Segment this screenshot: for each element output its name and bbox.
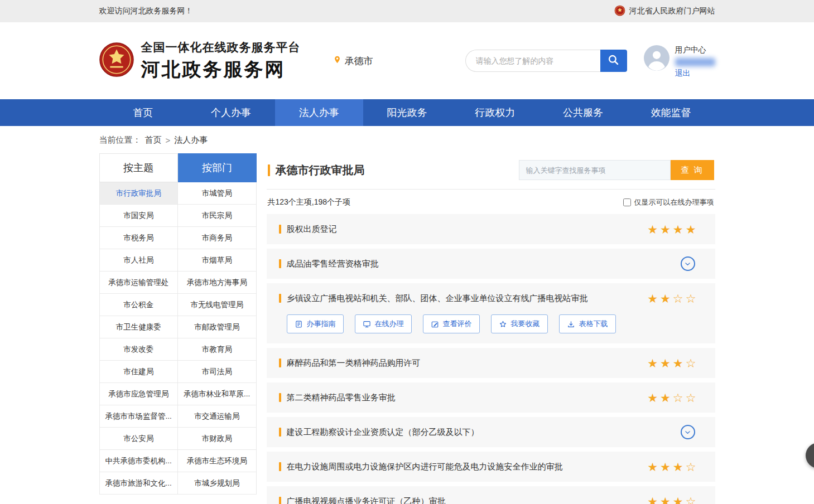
service-action-button[interactable]: 我要收藏 — [491, 314, 548, 333]
portal-link[interactable]: 河北省人民政府门户网站 — [614, 5, 715, 18]
sidebar-department-item[interactable]: 承德市运输管理处 — [100, 272, 179, 294]
service-title[interactable]: 麻醉药品和第一类精神药品购用许可 — [279, 358, 421, 369]
sidebar-department-item[interactable]: 承德市林业和草原... — [178, 383, 257, 405]
sidebar-department-item[interactable]: 承德市市场监督管... — [100, 405, 179, 428]
user-avatar-icon[interactable] — [644, 45, 669, 73]
platform-name: 全国一体化在线政务服务平台 — [141, 40, 301, 55]
sidebar-department-item[interactable]: 承德市应急管理局 — [100, 383, 179, 405]
sidebar-department-item[interactable]: 市财政局 — [178, 428, 257, 450]
service-action-label: 表格下载 — [579, 319, 608, 329]
service-action-button[interactable]: 办事指南 — [287, 314, 344, 333]
service-title[interactable]: 广播电视视频点播业务许可证（乙种）审批 — [279, 496, 446, 504]
sidebar-department-item[interactable]: 市商务局 — [178, 227, 257, 249]
sidebar-department-item[interactable]: 市公安局 — [100, 428, 179, 450]
service-title[interactable]: 在电力设施周围或电力设施保护区内进行可能危及电力设施安全作业的审批 — [279, 462, 563, 472]
site-search — [465, 50, 627, 72]
service-title[interactable]: 股权出质登记 — [279, 224, 337, 235]
breadcrumb-current: 法人办事 — [174, 135, 208, 146]
sidebar-department-item[interactable]: 市公积金 — [100, 294, 179, 316]
sidebar-department-item[interactable]: 市人社局 — [100, 249, 179, 272]
city-selector[interactable]: 承德市 — [333, 55, 373, 67]
site-search-input[interactable] — [465, 50, 600, 72]
sidebar-department-item[interactable]: 市司法局 — [178, 361, 257, 383]
sidebar-department-item[interactable]: 承德市地方海事局 — [178, 272, 257, 294]
online-only-checkbox[interactable] — [623, 198, 631, 206]
service-search-input[interactable] — [519, 160, 671, 180]
service-action-label: 我要收藏 — [511, 319, 540, 329]
title-accent-bar — [279, 428, 281, 437]
sidebar-department-item[interactable]: 承德市生态环境局 — [178, 450, 257, 472]
service-row: 成品油零售经营资格审批 — [267, 249, 715, 279]
sidebar-tab[interactable]: 按部门 — [178, 153, 257, 182]
title-accent-bar — [279, 259, 281, 268]
service-actions: 办事指南在线办理查看评价我要收藏表格下载 — [279, 313, 703, 343]
sidebar-department-item[interactable]: 市行政审批局 — [100, 182, 179, 205]
sidebar-department-item[interactable]: 市民宗局 — [178, 205, 257, 227]
service-action-button[interactable]: 在线办理 — [355, 314, 412, 333]
sidebar-department-item[interactable]: 市发改委 — [100, 338, 179, 361]
sidebar-department-item[interactable]: 市卫生健康委 — [100, 316, 179, 338]
nav-item[interactable]: 行政权力 — [451, 99, 539, 126]
floating-widget-button[interactable] — [806, 443, 814, 468]
service-title[interactable]: 第二类精神药品零售业务审批 — [279, 392, 396, 403]
service-query-button[interactable]: 查 询 — [671, 160, 714, 180]
welcome-text: 欢迎访问河北政务服务网！ — [99, 6, 193, 16]
expand-chevron-icon[interactable] — [681, 256, 695, 271]
service-title[interactable]: 乡镇设立广播电视站和机关、部队、团体、企业事业单位设立有线广播电视站审批 — [279, 293, 588, 304]
nav-item[interactable]: 法人办事 — [275, 99, 363, 126]
service-row-main: 麻醉药品和第一类精神药品购用许可★★★☆ — [279, 348, 703, 378]
sidebar-tabs: 按主题按部门 — [99, 153, 257, 182]
breadcrumb-separator: > — [166, 135, 171, 145]
nav-item[interactable]: 效能监督 — [627, 99, 715, 126]
title-accent-bar — [279, 497, 281, 504]
expand-chevron-icon[interactable] — [681, 425, 695, 439]
breadcrumb-home-link[interactable]: 首页 — [145, 135, 162, 146]
user-center-link[interactable]: 用户中心 — [675, 45, 715, 55]
sidebar-department-item[interactable]: 市烟草局 — [178, 249, 257, 272]
nav-item[interactable]: 首页 — [99, 99, 187, 126]
service-action-button[interactable]: 查看评价 — [423, 314, 480, 333]
service-title-text: 广播电视视频点播业务许可证（乙种）审批 — [287, 496, 446, 504]
sidebar-tab[interactable]: 按主题 — [99, 153, 178, 182]
sidebar-department-item[interactable]: 中共承德市委机构... — [100, 450, 179, 472]
breadcrumb-prefix: 当前位置： — [99, 135, 141, 146]
service-title[interactable]: 建设工程勘察设计企业资质认定（部分乙级及以下） — [279, 427, 479, 438]
sidebar-department-item[interactable]: 市教育局 — [178, 338, 257, 361]
sidebar-department-item[interactable]: 市无线电管理局 — [178, 294, 257, 316]
title-accent-bar — [279, 393, 281, 402]
service-title-text: 麻醉药品和第一类精神药品购用许可 — [287, 358, 421, 369]
service-row: 建设工程勘察设计企业资质认定（部分乙级及以下） — [267, 417, 715, 447]
star-rating: ★★★☆ — [647, 357, 698, 369]
online-only-label: 仅显示可以在线办理事项 — [634, 197, 714, 207]
sidebar-department-item[interactable]: 市国安局 — [100, 205, 179, 227]
service-action-button[interactable]: 表格下载 — [559, 314, 616, 333]
title-accent-bar — [279, 462, 281, 471]
sidebar-department-item[interactable]: 市邮政管理局 — [178, 316, 257, 338]
sidebar-department-item[interactable]: 承德市旅游和文化... — [100, 472, 179, 495]
nav-item[interactable]: 公共服务 — [539, 99, 627, 126]
sidebar-department-item[interactable]: 市税务局 — [100, 227, 179, 249]
sidebar-department-item[interactable]: 市交通运输局 — [178, 405, 257, 428]
logout-link[interactable]: 退出 — [675, 69, 715, 79]
bureau-title: 承德市行政审批局 — [276, 163, 365, 178]
online-only-filter[interactable]: 仅显示可以在线办理事项 — [623, 197, 714, 207]
service-row-main: 第二类精神药品零售业务审批★★☆☆ — [279, 382, 703, 413]
sidebar-department-item[interactable]: 市城乡规划局 — [178, 472, 257, 495]
service-title-text: 第二类精神药品零售业务审批 — [287, 392, 396, 403]
nav-item[interactable]: 阳光政务 — [363, 99, 451, 126]
favorite-star-icon — [499, 320, 507, 328]
service-row-main: 建设工程勘察设计企业资质认定（部分乙级及以下） — [279, 417, 703, 447]
service-row-main: 广播电视视频点播业务许可证（乙种）审批★★★☆ — [279, 486, 703, 504]
city-name: 承德市 — [345, 55, 373, 67]
site-logo[interactable]: 全国一体化在线政务服务平台 河北政务服务网 — [99, 40, 301, 83]
service-row: 广播电视视频点播业务许可证（乙种）审批★★★☆ — [267, 486, 715, 504]
sidebar-department-item[interactable]: 市城管局 — [178, 182, 257, 205]
service-title[interactable]: 成品油零售经营资格审批 — [279, 259, 379, 269]
nav-item[interactable]: 个人办事 — [187, 99, 275, 126]
site-name: 河北政务服务网 — [141, 57, 301, 83]
service-row: 第二类精神药品零售业务审批★★☆☆ — [267, 382, 715, 413]
username-redacted — [675, 58, 715, 66]
service-list: 股权出质登记★★★★成品油零售经营资格审批乡镇设立广播电视站和机关、部队、团体、… — [267, 214, 715, 504]
sidebar-department-item[interactable]: 市住建局 — [100, 361, 179, 383]
site-search-button[interactable] — [600, 50, 627, 72]
